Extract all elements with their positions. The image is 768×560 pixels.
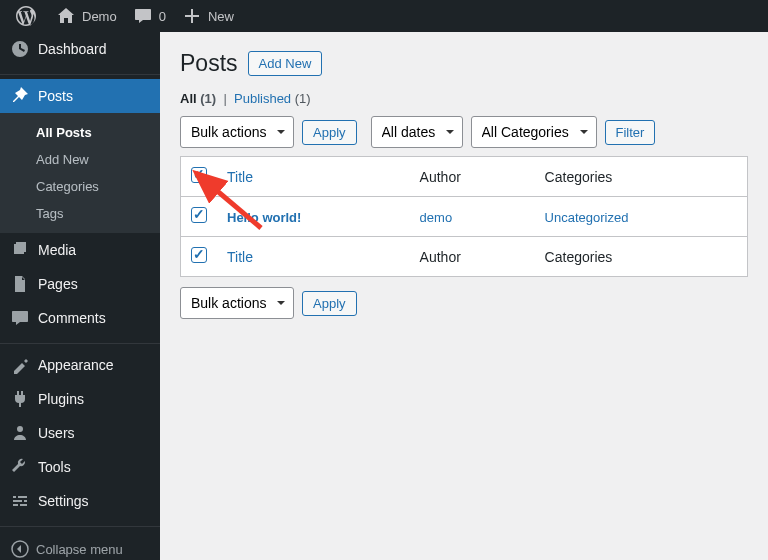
submenu-tags[interactable]: Tags bbox=[0, 200, 160, 227]
wordpress-icon bbox=[16, 6, 36, 26]
site-name: Demo bbox=[82, 9, 117, 24]
tools-icon bbox=[10, 457, 30, 477]
pin-icon bbox=[10, 86, 30, 106]
col-categories[interactable]: Categories bbox=[535, 157, 748, 197]
filter-all[interactable]: All (1) bbox=[180, 91, 216, 106]
row-checkbox[interactable] bbox=[191, 207, 207, 223]
menu-label: Settings bbox=[38, 493, 89, 509]
filter-published[interactable]: Published bbox=[234, 91, 291, 106]
plus-icon bbox=[182, 6, 202, 26]
main-content: Posts Add New All (1) | Published (1) Bu… bbox=[160, 32, 768, 560]
menu-label: Media bbox=[38, 242, 76, 258]
wp-logo[interactable] bbox=[8, 0, 48, 32]
dates-select[interactable]: All dates bbox=[371, 116, 463, 148]
page-header: Posts Add New bbox=[180, 50, 748, 77]
tablenav-top: Bulk actions Apply All dates All Categor… bbox=[180, 116, 748, 148]
admin-bar: Demo 0 New bbox=[0, 0, 768, 32]
col-title[interactable]: Title bbox=[217, 157, 410, 197]
page-title: Posts bbox=[180, 50, 238, 77]
menu-separator bbox=[0, 339, 160, 344]
submenu-categories[interactable]: Categories bbox=[0, 173, 160, 200]
collapse-icon bbox=[10, 539, 30, 559]
menu-label: Comments bbox=[38, 310, 106, 326]
users-icon bbox=[10, 423, 30, 443]
categories-select[interactable]: All Categories bbox=[471, 116, 597, 148]
menu-label: Tools bbox=[38, 459, 71, 475]
menu-plugins[interactable]: Plugins bbox=[0, 382, 160, 416]
comments-link[interactable]: 0 bbox=[125, 0, 174, 32]
col-author[interactable]: Author bbox=[410, 157, 535, 197]
menu-dashboard[interactable]: Dashboard bbox=[0, 32, 160, 66]
apply-button-bottom[interactable]: Apply bbox=[302, 291, 357, 316]
tablenav-bottom: Bulk actions Apply bbox=[180, 287, 748, 319]
col-title[interactable]: Title bbox=[217, 237, 410, 277]
post-title-link[interactable]: Hello world! bbox=[227, 210, 301, 225]
menu-users[interactable]: Users bbox=[0, 416, 160, 450]
menu-tools[interactable]: Tools bbox=[0, 450, 160, 484]
menu-comments[interactable]: Comments bbox=[0, 301, 160, 335]
comments-count: 0 bbox=[159, 9, 166, 24]
view-filter-links: All (1) | Published (1) bbox=[180, 91, 748, 106]
menu-separator bbox=[0, 70, 160, 75]
menu-label: Appearance bbox=[38, 357, 114, 373]
add-new-button[interactable]: Add New bbox=[248, 51, 323, 76]
col-categories[interactable]: Categories bbox=[535, 237, 748, 277]
appearance-icon bbox=[10, 355, 30, 375]
submenu-all-posts[interactable]: All Posts bbox=[0, 119, 160, 146]
menu-media[interactable]: Media bbox=[0, 233, 160, 267]
new-content[interactable]: New bbox=[174, 0, 242, 32]
col-author[interactable]: Author bbox=[410, 237, 535, 277]
menu-label: Pages bbox=[38, 276, 78, 292]
settings-icon bbox=[10, 491, 30, 511]
dashboard-icon bbox=[10, 39, 30, 59]
submenu-posts: All Posts Add New Categories Tags bbox=[0, 113, 160, 233]
menu-label: Posts bbox=[38, 88, 73, 104]
admin-sidebar: Dashboard Posts All Posts Add New Catego… bbox=[0, 32, 160, 560]
menu-separator bbox=[0, 522, 160, 527]
comment-icon bbox=[133, 6, 153, 26]
home-icon bbox=[56, 6, 76, 26]
new-label: New bbox=[208, 9, 234, 24]
comments-icon bbox=[10, 308, 30, 328]
filter-button[interactable]: Filter bbox=[605, 120, 656, 145]
bulk-actions-select[interactable]: Bulk actions bbox=[180, 116, 294, 148]
menu-posts[interactable]: Posts bbox=[0, 79, 160, 113]
site-home[interactable]: Demo bbox=[48, 0, 125, 32]
menu-label: Plugins bbox=[38, 391, 84, 407]
collapse-label: Collapse menu bbox=[36, 542, 123, 557]
menu-settings[interactable]: Settings bbox=[0, 484, 160, 518]
menu-label: Users bbox=[38, 425, 75, 441]
menu-appearance[interactable]: Appearance bbox=[0, 348, 160, 382]
submenu-add-new[interactable]: Add New bbox=[0, 146, 160, 173]
collapse-menu[interactable]: Collapse menu bbox=[0, 531, 160, 560]
menu-pages[interactable]: Pages bbox=[0, 267, 160, 301]
posts-table: Title Author Categories Hello world! dem… bbox=[180, 156, 748, 277]
apply-button[interactable]: Apply bbox=[302, 120, 357, 145]
select-all-checkbox[interactable] bbox=[191, 167, 207, 183]
plugins-icon bbox=[10, 389, 30, 409]
select-all-checkbox-bottom[interactable] bbox=[191, 247, 207, 263]
post-category-link[interactable]: Uncategorized bbox=[545, 210, 629, 225]
table-row: Hello world! demo Uncategorized bbox=[181, 197, 748, 237]
bulk-actions-select-bottom[interactable]: Bulk actions bbox=[180, 287, 294, 319]
post-author-link[interactable]: demo bbox=[420, 210, 453, 225]
pages-icon bbox=[10, 274, 30, 294]
menu-label: Dashboard bbox=[38, 41, 107, 57]
media-icon bbox=[10, 240, 30, 260]
